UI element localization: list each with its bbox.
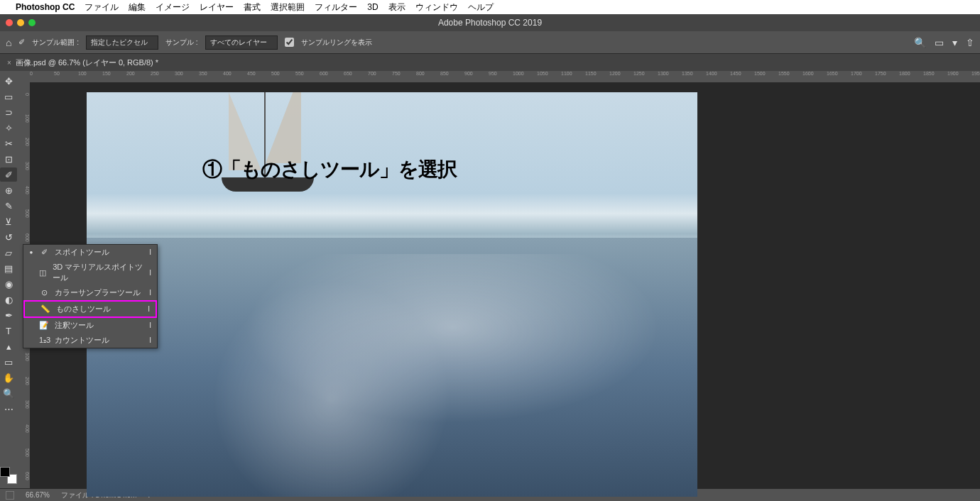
marquee-tool[interactable]: ▭ (0, 89, 17, 104)
menu-layer[interactable]: レイヤー (200, 1, 234, 13)
magic-wand-tool[interactable]: ✧ (0, 121, 17, 135)
pen-tool[interactable]: ✒ (0, 308, 17, 322)
eyedropper-tool[interactable]: ✐ (0, 167, 17, 182)
gradient-tool[interactable]: ▤ (0, 261, 17, 275)
workspace-icon[interactable]: ▭ (935, 37, 944, 48)
show-ring-label: サンプルリングを表示 (301, 38, 372, 48)
close-button[interactable] (6, 19, 13, 26)
menu-help[interactable]: ヘルプ (468, 1, 494, 13)
hand-tool[interactable]: ✋ (0, 370, 17, 385)
workspace-menu-icon[interactable]: ▾ (952, 37, 957, 48)
type-tool[interactable]: T (0, 324, 17, 338)
lasso-tool[interactable]: ⊃ (0, 105, 17, 119)
crop-tool[interactable]: ✂ (0, 136, 17, 150)
annotation-text: ①「ものさしツール」を選択 (202, 156, 457, 183)
canvas[interactable] (87, 92, 697, 497)
sample-label: サンプル : (165, 38, 198, 48)
window-titlebar: Adobe Photoshop CC 2019 (0, 14, 980, 31)
frame-tool[interactable]: ⊡ (0, 152, 17, 166)
eyedropper-icon: ✐ (18, 38, 25, 47)
stamp-tool[interactable]: ⊻ (0, 214, 17, 229)
sparkle-graphic (87, 254, 697, 497)
menu-type[interactable]: 書式 (244, 1, 261, 13)
toolbox: ✥ ▭ ⊃ ✧ ✂ ⊡ ✐ ⊕ ✎ ⊻ ↺ ▱ ▤ ◉ ◐ ✒ T ▴ ▭ ✋ … (0, 71, 17, 488)
flyout-item[interactable]: ●✐スポイトツールI (23, 245, 157, 260)
dodge-tool[interactable]: ◐ (0, 292, 17, 307)
minimize-button[interactable] (17, 19, 24, 26)
mac-menubar: Photoshop CC ファイル 編集 イメージ レイヤー 書式 選択範囲 フ… (0, 0, 980, 14)
app-name[interactable]: Photoshop CC (16, 2, 75, 12)
close-tab-icon[interactable]: × (7, 59, 11, 67)
flyout-item[interactable]: 📝注釈ツールI (23, 318, 157, 333)
menu-view[interactable]: 表示 (388, 1, 405, 13)
sample-range-label: サンプル範囲 : (32, 38, 79, 48)
tool-flyout: ●✐スポイトツールI◫3D マテリアルスポイトツールI⊙カラーサンプラーツールI… (23, 244, 158, 348)
search-icon[interactable]: 🔍 (914, 37, 926, 48)
window-title: Adobe Photoshop CC 2019 (438, 18, 542, 28)
menu-3d[interactable]: 3D (367, 2, 378, 12)
brush-tool[interactable]: ✎ (0, 199, 17, 213)
zoom-button[interactable] (28, 19, 36, 26)
move-tool[interactable]: ✥ (0, 74, 17, 88)
history-brush-tool[interactable]: ↺ (0, 230, 17, 244)
sample-range-select[interactable]: 指定したピクセル (86, 35, 158, 50)
zoom-level[interactable]: 66.67% (26, 491, 50, 499)
flyout-item[interactable]: ⊙カラーサンプラーツールI (23, 285, 157, 300)
edit-toolbar[interactable]: ⋯ (0, 402, 17, 416)
menu-select[interactable]: 選択範囲 (271, 1, 305, 13)
blur-tool[interactable]: ◉ (0, 277, 17, 291)
shape-tool[interactable]: ▭ (0, 355, 17, 369)
quickmask-icon[interactable] (6, 491, 14, 500)
healing-tool[interactable]: ⊕ (0, 183, 17, 197)
tab-title: 画像.psd @ 66.7% (レイヤー 0, RGB/8) * (16, 57, 158, 68)
document-tab[interactable]: × 画像.psd @ 66.7% (レイヤー 0, RGB/8) * (0, 57, 165, 68)
eraser-tool[interactable]: ▱ (0, 246, 17, 260)
flyout-item[interactable]: 1₂3カウントツールI (23, 333, 157, 348)
sample-select[interactable]: すべてのレイヤー (205, 35, 278, 50)
horizontal-ruler: 0501001502002503003504004505005506006507… (30, 71, 980, 82)
menu-edit[interactable]: 編集 (129, 1, 146, 13)
home-icon[interactable]: ⌂ (6, 37, 11, 48)
menu-window[interactable]: ウィンドウ (415, 1, 458, 13)
zoom-tool[interactable]: 🔍 (0, 386, 17, 400)
show-ring-checkbox[interactable] (285, 38, 294, 47)
flyout-item[interactable]: ◫3D マテリアルスポイトツールI (23, 260, 157, 285)
document-tabbar: × 画像.psd @ 66.7% (レイヤー 0, RGB/8) * (0, 54, 980, 71)
foreground-color[interactable] (0, 467, 10, 477)
flyout-item[interactable]: 📏ものさしツールI (23, 300, 157, 318)
share-icon[interactable]: ⇧ (966, 37, 974, 48)
menu-file[interactable]: ファイル (85, 1, 119, 13)
options-bar: ⌂ ✐ サンプル範囲 : 指定したピクセル サンプル : すべてのレイヤー サン… (0, 31, 980, 54)
menu-image[interactable]: イメージ (156, 1, 190, 13)
color-swatches[interactable] (0, 467, 17, 484)
menu-filter[interactable]: フィルター (315, 1, 357, 13)
path-tool[interactable]: ▴ (0, 339, 17, 353)
